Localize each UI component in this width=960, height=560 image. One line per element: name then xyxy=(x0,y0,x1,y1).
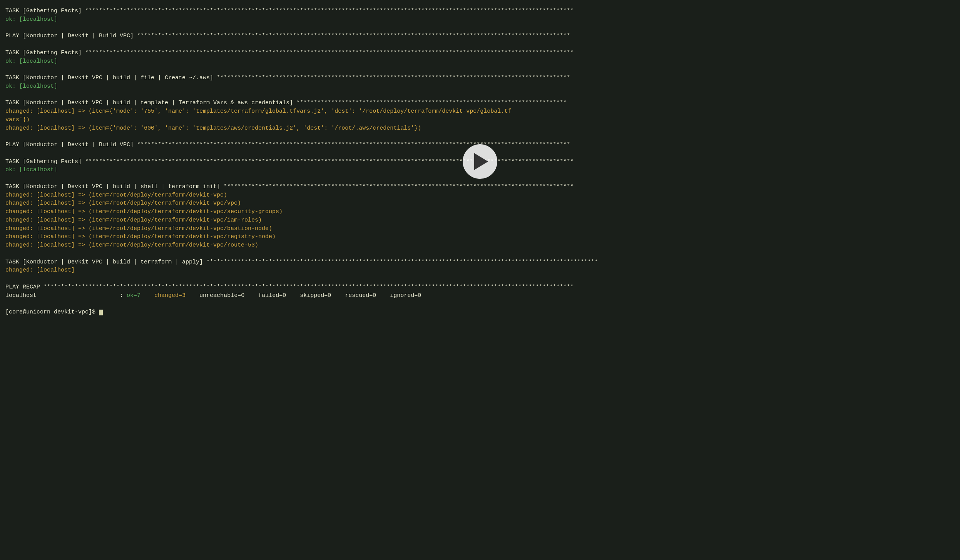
terminal-line: TASK [Konductor | Devkit VPC | build | f… xyxy=(5,74,955,82)
terminal-content: TASK [Gathering Facts] *****************… xyxy=(5,7,955,317)
spacer xyxy=(5,275,955,283)
terminal-prompt: [core@unicorn devkit-vpc]$ xyxy=(5,308,955,317)
terminal-line-changed: changed: [localhost] => (item=/root/depl… xyxy=(5,233,955,241)
spacer xyxy=(5,91,955,99)
cursor xyxy=(99,310,103,315)
terminal-line-ok: ok: [localhost] xyxy=(5,57,955,66)
terminal-line-changed: changed: [localhost] => (item=/root/depl… xyxy=(5,225,955,233)
play-button[interactable] xyxy=(463,144,497,179)
terminal-line-ok: ok: [localhost] xyxy=(5,82,955,91)
terminal-line-ok: ok: [localhost] xyxy=(5,15,955,24)
terminal-line-changed: changed: [localhost] => (item=/root/depl… xyxy=(5,191,955,200)
terminal-line: TASK [Konductor | Devkit VPC | build | t… xyxy=(5,258,955,267)
terminal-line-changed: changed: [localhost] => (item={'mode': '… xyxy=(5,107,955,116)
terminal-line: TASK [Konductor | Devkit VPC | build | t… xyxy=(5,99,955,107)
terminal-line: TASK [Gathering Facts] *****************… xyxy=(5,49,955,57)
play-icon xyxy=(474,153,488,170)
terminal-line: TASK [Konductor | Devkit VPC | build | s… xyxy=(5,183,955,191)
terminal-line-changed: changed: [localhost] => (item=/root/depl… xyxy=(5,241,955,250)
terminal-line-changed: changed: [localhost] => (item={'mode': '… xyxy=(5,124,955,133)
terminal-line-changed: changed: [localhost] => (item=/root/depl… xyxy=(5,216,955,225)
terminal-line-changed: changed: [localhost] => (item=/root/depl… xyxy=(5,199,955,208)
spacer xyxy=(5,250,955,258)
spacer xyxy=(5,132,955,141)
spacer xyxy=(5,65,955,74)
terminal-line-changed: changed: [localhost] => (item=/root/depl… xyxy=(5,208,955,216)
spacer xyxy=(5,40,955,49)
spacer xyxy=(5,300,955,308)
spacer xyxy=(5,24,955,32)
terminal-line-recap: localhost : ok=7 changed=3 unreachable=0… xyxy=(5,292,955,300)
terminal-line-changed-cont: vars'}) xyxy=(5,116,955,124)
terminal-line: TASK [Gathering Facts] *****************… xyxy=(5,7,955,15)
terminal-line: PLAY [Konductor | Devkit | Build VPC] **… xyxy=(5,32,955,40)
terminal-line-recap-header: PLAY RECAP *****************************… xyxy=(5,283,955,292)
terminal-line-changed: changed: [localhost] xyxy=(5,266,955,275)
